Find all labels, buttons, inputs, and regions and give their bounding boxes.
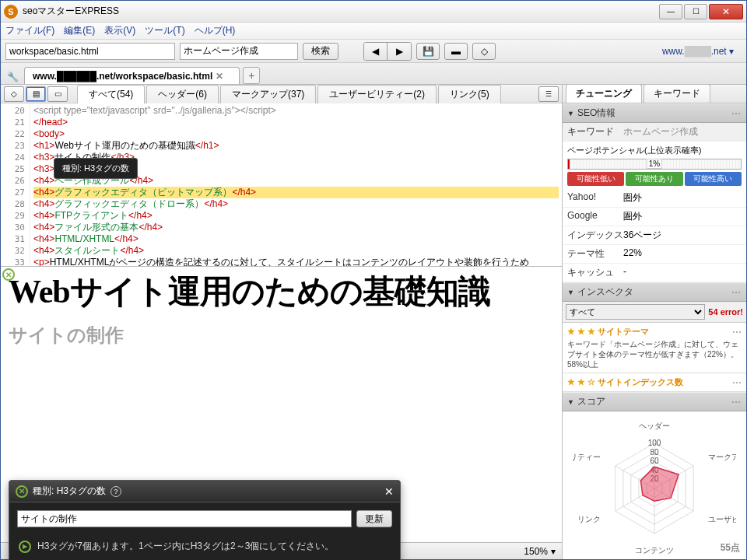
inspector-popup-body: 更新 ▶ H3タグが7個あります。1ページ内にH3タグは2～3個にしてください。… bbox=[9, 502, 400, 560]
score-value: 55点 bbox=[721, 532, 740, 556]
document-tabbar: 🔧 www.██████.net/workspace/basic.html✕ + bbox=[1, 63, 746, 85]
svg-text:ユーザビリティー: ユーザビリティー bbox=[708, 515, 736, 523]
issue-item[interactable]: ★★★ サイトテーマ⋯キーワード「ホームページ作成」に対して、ウェブサイト全体の… bbox=[563, 323, 746, 373]
forward-button[interactable]: ▶ bbox=[388, 43, 411, 60]
preview-h2: サイトの制作 bbox=[9, 323, 554, 348]
view-preview-button[interactable]: ▭ bbox=[47, 86, 68, 102]
inspector-popup-head: ✕ 種別: H3タグの数 ? ✕ bbox=[9, 481, 400, 502]
menu-help[interactable]: ヘルプ(H) bbox=[195, 24, 236, 37]
save-button[interactable]: 💾 bbox=[416, 43, 440, 60]
info-rows: Yahoo!圏外Google圏外インデックス36ページテーマ性22%キャッシュ- bbox=[563, 189, 746, 282]
info-row: テーマ性22% bbox=[563, 245, 746, 264]
svg-text:リンク: リンク bbox=[577, 515, 601, 523]
eraser-button[interactable]: ◇ bbox=[472, 43, 496, 60]
search-button[interactable]: 検索 bbox=[303, 43, 338, 60]
titlebar: S seoマスターEXPRESS — ☐ ✕ bbox=[1, 1, 746, 23]
code-tooltip: 種別: H3タグの数 bbox=[54, 158, 138, 179]
menu-edit[interactable]: 編集(E) bbox=[64, 24, 95, 37]
close-button[interactable]: ✕ bbox=[709, 4, 743, 19]
main-area: ◇ ▤ ▭ すべて(54) ヘッダー(6) マークアップ(37) ユーザービリテ… bbox=[1, 85, 746, 559]
filter-header[interactable]: ヘッダー(6) bbox=[146, 85, 219, 103]
score-radar: 20406080100ヘッダーマークアップユーザビリティーコンテンツリンクオーソ… bbox=[563, 411, 746, 559]
preview-close-icon[interactable]: ✕ bbox=[2, 268, 15, 281]
chip-mid: 可能性あり bbox=[626, 172, 682, 186]
zoom-dropdown-icon[interactable]: ▾ bbox=[551, 546, 556, 557]
issue-item[interactable]: ★★☆ サイトインデックス数⋯ bbox=[563, 373, 746, 392]
popup-x-icon[interactable]: ✕ bbox=[384, 485, 394, 498]
svg-text:オーソリティー: オーソリティー bbox=[573, 453, 601, 461]
chip-high: 可能性高い bbox=[685, 172, 742, 186]
info-row: Yahoo!圏外 bbox=[563, 189, 746, 208]
update-button[interactable]: 更新 bbox=[356, 510, 392, 527]
path-input[interactable] bbox=[5, 43, 175, 60]
potential-chips: 可能性低い 可能性あり 可能性高い bbox=[567, 172, 742, 186]
nav-group: ◀ ▶ bbox=[363, 42, 412, 61]
app-window: S seoマスターEXPRESS — ☐ ✕ ファイル(F) 編集(E) 表示(… bbox=[0, 0, 747, 560]
view-code-button[interactable]: ◇ bbox=[4, 86, 24, 102]
tab-close-icon[interactable]: ✕ bbox=[216, 71, 223, 82]
info-row: Google圏外 bbox=[563, 208, 746, 226]
view-split-button[interactable]: ▤ bbox=[26, 86, 46, 102]
menu-view[interactable]: 表示(V) bbox=[104, 24, 135, 37]
seo-panel-head[interactable]: ▼SEO情報⋯ bbox=[563, 103, 746, 123]
inspector-panel-head[interactable]: ▼インスペクタ⋯ bbox=[563, 282, 746, 302]
add-tab-button[interactable]: + bbox=[243, 67, 260, 84]
preview-h1: Webサイト運用のための基礎知識 bbox=[9, 273, 554, 310]
popup-close-icon[interactable]: ✕ bbox=[16, 485, 28, 498]
back-button[interactable]: ◀ bbox=[364, 43, 388, 60]
right-tabs: チューニング キーワード bbox=[563, 85, 746, 103]
menu-tool[interactable]: ツール(T) bbox=[145, 24, 184, 37]
code-editor[interactable]: 20 21 22 23 24 25 26 27 28 29 30 31 32 3… bbox=[1, 103, 562, 267]
popup-input[interactable] bbox=[17, 510, 352, 527]
filter-usability[interactable]: ユーザービリティー(2) bbox=[317, 85, 437, 103]
keyword-input[interactable] bbox=[180, 43, 298, 60]
filter-link[interactable]: リンク(5) bbox=[438, 85, 501, 103]
kw-row: キーワードホームページ作成 bbox=[563, 123, 746, 142]
domain-label[interactable]: www.████.net ▾ bbox=[654, 46, 742, 57]
left-pane: ◇ ▤ ▭ すべて(54) ヘッダー(6) マークアップ(37) ユーザービリテ… bbox=[1, 85, 563, 559]
popup-title: 種別: H3タグの数 bbox=[33, 485, 106, 498]
svg-text:ヘッダー: ヘッダー bbox=[639, 422, 670, 430]
app-title: seoマスターEXPRESS bbox=[23, 5, 659, 18]
filter-all[interactable]: すべて(54) bbox=[77, 85, 145, 103]
view-toolbar: ◇ ▤ ▭ すべて(54) ヘッダー(6) マークアップ(37) ユーザービリテ… bbox=[1, 85, 562, 103]
document-tab[interactable]: www.██████.net/workspace/basic.html✕ bbox=[24, 67, 240, 84]
popup-msg-1: ▶ H3タグが7個あります。1ページ内にH3タグは2～3個にしてください。 bbox=[17, 535, 392, 558]
toolbar: 検索 ◀ ▶ 💾 ▬ ◇ www.████.net ▾ bbox=[1, 40, 746, 63]
right-panel: チューニング キーワード ▼SEO情報⋯ キーワードホームページ作成 ページポテ… bbox=[563, 85, 746, 559]
minimize-button[interactable]: — bbox=[659, 4, 682, 19]
svg-text:コンテンツ: コンテンツ bbox=[635, 546, 674, 555]
issue-list: ★★★ サイトテーマ⋯キーワード「ホームページ作成」に対して、ウェブサイト全体の… bbox=[563, 323, 746, 392]
app-icon: S bbox=[4, 5, 18, 19]
code-lines[interactable]: 種別: H3タグの数 <script type="text/javascript… bbox=[30, 103, 562, 266]
chip-low: 可能性低い bbox=[567, 172, 624, 186]
help-icon[interactable]: ? bbox=[110, 486, 121, 497]
svg-text:マークアップ: マークアップ bbox=[708, 453, 736, 461]
info-row: インデックス36ページ bbox=[563, 226, 746, 245]
wrench-icon: 🔧 bbox=[5, 70, 19, 84]
menu-file[interactable]: ファイル(F) bbox=[5, 24, 54, 37]
list-toggle-icon[interactable]: ☰ bbox=[538, 86, 559, 102]
potential-block: ページポテンシャル(上位表示確率) 1% 可能性低い 可能性あり 可能性高い bbox=[563, 142, 746, 189]
zoom-label: 150% bbox=[524, 546, 548, 557]
tab-tuning[interactable]: チューニング bbox=[566, 85, 642, 103]
inspector-filter-select[interactable]: すべて bbox=[566, 304, 705, 320]
window-buttons: — ☐ ✕ bbox=[659, 4, 743, 19]
info-row: キャッシュ- bbox=[563, 264, 746, 282]
error-count: 54 error! bbox=[708, 307, 743, 317]
screen-button[interactable]: ▬ bbox=[444, 43, 468, 60]
filter-tabs: すべて(54) ヘッダー(6) マークアップ(37) ユーザービリティー(2) … bbox=[77, 85, 537, 103]
score-panel-head[interactable]: ▼スコア⋯ bbox=[563, 392, 746, 411]
maximize-button[interactable]: ☐ bbox=[684, 4, 707, 19]
tab-keyword[interactable]: キーワード bbox=[644, 85, 710, 103]
line-gutter: 20 21 22 23 24 25 26 27 28 29 30 31 32 3… bbox=[1, 103, 30, 266]
inspector-popup: ✕ 種別: H3タグの数 ? ✕ 更新 ▶ H3タグが7個あります。1ページ内に… bbox=[9, 480, 401, 560]
menubar: ファイル(F) 編集(E) 表示(V) ツール(T) ヘルプ(H) bbox=[1, 23, 746, 40]
play-icon[interactable]: ▶ bbox=[19, 541, 31, 553]
inspector-filter-row: すべて 54 error! bbox=[563, 302, 746, 323]
potential-bar: 1% bbox=[567, 159, 742, 170]
filter-markup[interactable]: マークアップ(37) bbox=[220, 85, 316, 103]
